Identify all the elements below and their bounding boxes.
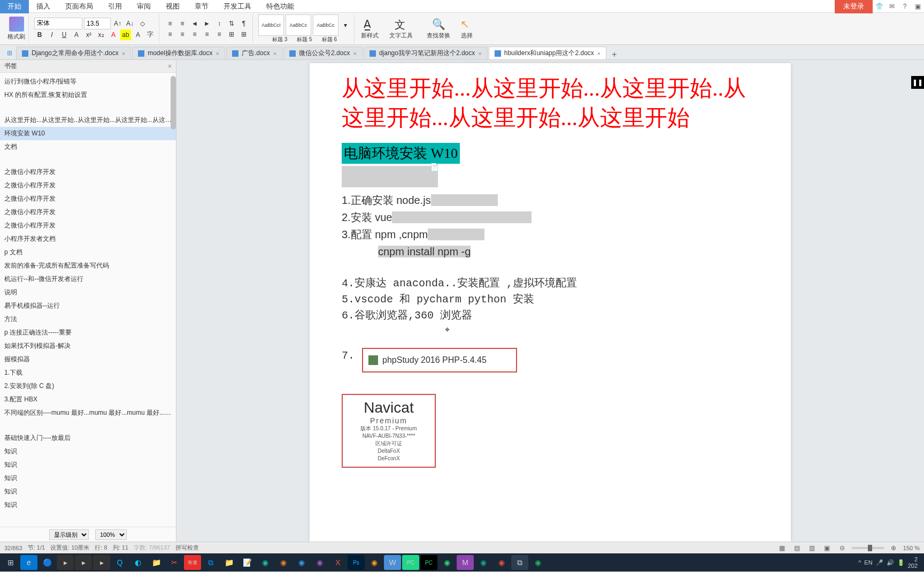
document-tab-4[interactable]: django我学习笔记新用这个2.docx× — [364, 47, 488, 59]
outline-item-14[interactable]: 发前的准备-完成所有配置准备写代码 — [0, 259, 176, 272]
outline-item-4[interactable]: 环境安装 W10 — [0, 127, 176, 140]
outline-item-29[interactable]: 知识 — [0, 458, 176, 471]
distribute-button[interactable]: ≡ — [214, 29, 225, 40]
line-spacing-button[interactable]: ↕ — [214, 18, 225, 29]
taskbar-edge[interactable]: e — [20, 555, 37, 570]
font-color-button[interactable]: A — [108, 29, 119, 40]
taskbar-wps[interactable]: W — [384, 555, 401, 570]
view-print-icon[interactable]: ▦ — [777, 543, 788, 553]
outline-item-5[interactable]: 文档 — [0, 140, 176, 154]
document-editor[interactable]: 从这里开始...从这里开始...从这里开始..从这里开始...从这里开始...从… — [176, 60, 924, 542]
outline-list[interactable]: 运行到微信小程序/报错等HX 的所有配置,恢复初始设置 从这里开始...从这里开… — [0, 73, 176, 527]
outline-item-8[interactable]: 之微信小程序开发 — [0, 179, 176, 192]
taskbar-terminal-2[interactable]: ▸ — [75, 555, 92, 570]
menu-insert[interactable]: 插入 — [29, 0, 58, 13]
outline-item-24[interactable]: 3.配置 HBX — [0, 393, 176, 406]
menu-ref[interactable]: 引用 — [101, 0, 129, 13]
tab-close-icon[interactable]: × — [216, 50, 219, 57]
outline-item-26[interactable] — [0, 420, 176, 431]
tray-ime[interactable]: EN — [864, 559, 872, 566]
view-web-icon[interactable]: ▥ — [807, 543, 818, 553]
taskbar-app-1[interactable]: ◉ — [257, 555, 274, 570]
document-tab-1[interactable]: model操作数据库.docx× — [132, 47, 225, 59]
italic-button[interactable]: I — [47, 29, 57, 40]
tray-date[interactable]: 202 — [908, 562, 918, 569]
bullets-button[interactable]: ≡ — [165, 18, 175, 29]
outline-item-9[interactable]: 之微信小程序开发 — [0, 192, 176, 206]
new-style-button[interactable]: A̲ 新样式 — [357, 17, 383, 41]
outline-item-28[interactable]: 知识 — [0, 445, 176, 458]
tray-up-icon[interactable]: ^ — [858, 559, 861, 566]
pause-icon[interactable]: ❚❚ — [911, 76, 924, 89]
font-family-select[interactable] — [34, 18, 82, 29]
outline-item-6[interactable] — [0, 154, 176, 165]
outline-item-3[interactable]: 从这里开始...从这里开始..从这里开始...从这里开始...从这里开 — [0, 113, 176, 127]
styles-more-icon[interactable]: ▾ — [340, 20, 351, 31]
add-tab-button[interactable]: + — [607, 50, 621, 59]
taskbar-pycharm-2[interactable]: PC — [420, 555, 437, 570]
borders-button[interactable]: ⊞ — [238, 29, 249, 40]
increase-indent-button[interactable]: ► — [202, 18, 212, 29]
document-tab-0[interactable]: Django之常用命令用这个.docx× — [16, 47, 131, 59]
taskbar-app-7[interactable]: M — [457, 555, 474, 570]
tray-mic-icon[interactable]: 🎤 — [876, 559, 883, 566]
select-button[interactable]: ↖ 选择 — [456, 17, 478, 41]
char-border-button[interactable]: 字 — [145, 29, 156, 40]
style-heading6[interactable]: AaBbCc — [313, 14, 338, 36]
outline-item-10[interactable]: 之微信小程序开发 — [0, 206, 176, 219]
outline-item-21[interactable]: 握模拟器 — [0, 353, 176, 366]
tabs-menu-icon[interactable]: ⊞ — [3, 47, 16, 59]
sidebar-close-icon[interactable]: × — [168, 63, 172, 70]
menu-special[interactable]: 特色功能 — [259, 0, 302, 13]
outline-item-11[interactable]: 之微信小程序开发 — [0, 219, 176, 232]
decrease-font-icon[interactable]: A↓ — [125, 18, 135, 29]
subscript-button[interactable]: x₂ — [96, 29, 106, 40]
format-brush-icon[interactable] — [9, 17, 24, 32]
document-tab-3[interactable]: 微信公众号2.docx× — [283, 47, 363, 59]
tab-close-icon[interactable]: × — [478, 50, 481, 57]
outline-item-17[interactable]: 易手机模拟器--运行 — [0, 299, 176, 313]
sidebar-zoom-select[interactable]: 100% — [95, 529, 127, 540]
tab-close-icon[interactable]: × — [597, 50, 600, 57]
para-shading-button[interactable]: ⊞ — [226, 29, 237, 40]
style-heading3[interactable]: AaBbCcI — [258, 14, 284, 36]
superscript-button[interactable]: x² — [83, 29, 94, 40]
display-level-select[interactable]: 显示级别 — [49, 529, 89, 540]
menu-start[interactable]: 开始 — [0, 0, 29, 13]
sidebar-scrollbar[interactable] — [171, 76, 176, 130]
outline-item-7[interactable]: 之微信小程序开发 — [0, 165, 176, 179]
tray-time[interactable]: 2 — [908, 556, 918, 562]
outline-item-30[interactable]: 知识 — [0, 471, 176, 485]
taskbar-app-8[interactable]: ◉ — [475, 555, 492, 570]
taskbar-app-5[interactable]: ◉ — [366, 555, 383, 570]
bold-button[interactable]: B — [34, 29, 45, 40]
taskbar-explorer-2[interactable]: 📁 — [220, 555, 237, 570]
help-icon[interactable]: ? — [898, 0, 911, 13]
zoom-value[interactable]: 150 % — [903, 545, 920, 551]
taskbar-notepad[interactable]: 📝 — [238, 555, 256, 570]
sort-button[interactable]: ⇅ — [226, 18, 237, 29]
align-left-button[interactable]: ≡ — [165, 29, 175, 40]
taskbar-terminal-3[interactable]: ▸ — [93, 555, 110, 570]
shirt-icon[interactable]: 👕 — [873, 0, 886, 13]
outline-item-31[interactable]: 知识 — [0, 485, 176, 498]
login-button[interactable]: 未登录 — [835, 0, 873, 13]
taskbar-ps[interactable]: Ps — [348, 555, 365, 570]
tray-battery-icon[interactable]: 🔋 — [897, 559, 905, 566]
zoom-out-icon[interactable]: ⊖ — [837, 543, 848, 553]
show-marks-button[interactable]: ¶ — [238, 18, 249, 29]
outline-item-15[interactable]: 机运行--和--微信开发者运行 — [0, 272, 176, 286]
outline-item-13[interactable]: p 文档 — [0, 246, 176, 259]
taskbar-terminal-1[interactable]: ▸ — [57, 555, 74, 570]
taskbar-youdao[interactable]: 有道 — [184, 555, 201, 570]
outline-item-0[interactable]: 运行到微信小程序/报错等 — [0, 75, 176, 88]
zoom-in-icon[interactable]: ⊕ — [888, 543, 899, 553]
increase-font-icon[interactable]: A↑ — [112, 18, 123, 29]
tab-close-icon[interactable]: × — [273, 50, 276, 57]
clear-format-icon[interactable]: ◇ — [137, 18, 148, 29]
taskbar-snip[interactable]: ✂ — [166, 555, 183, 570]
view-read-icon[interactable]: ▣ — [822, 543, 833, 553]
taskbar-app-9[interactable]: ◉ — [493, 555, 510, 570]
menu-dev[interactable]: 开发工具 — [216, 0, 259, 13]
collapse-icon[interactable]: ▣ — [911, 0, 924, 13]
